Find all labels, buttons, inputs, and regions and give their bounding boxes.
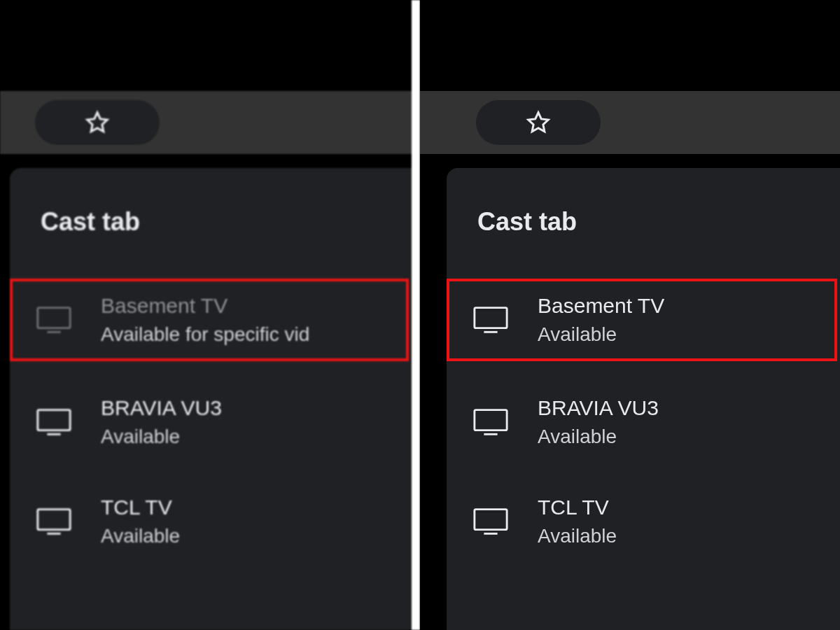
bookmark-pill[interactable] — [35, 100, 160, 145]
comparison-right-pane: Cast tab Basement TV Available BRAVIA VU… — [420, 0, 840, 630]
tv-icon — [35, 506, 73, 537]
tv-icon — [35, 304, 73, 335]
device-status: Available — [538, 525, 617, 547]
cast-device-bravia-vu3[interactable]: BRAVIA VU3 Available — [10, 384, 412, 461]
device-status: Available — [101, 525, 180, 547]
device-status: Available — [538, 426, 659, 448]
device-list: Basement TV Available BRAVIA VU3 Availab… — [447, 279, 840, 560]
device-name: BRAVIA VU3 — [101, 396, 222, 420]
star-icon — [526, 110, 551, 135]
svg-rect-0 — [38, 308, 70, 328]
bookmark-pill[interactable] — [476, 100, 601, 145]
tv-icon — [472, 506, 510, 537]
device-name: Basement TV — [101, 294, 309, 318]
cast-device-bravia-vu3[interactable]: BRAVIA VU3 Available — [447, 384, 840, 461]
svg-rect-8 — [475, 410, 507, 430]
cast-popup: Cast tab Basement TV Available for speci… — [10, 168, 412, 630]
comparison-left-pane: Cast tab Basement TV Available for speci… — [0, 0, 420, 630]
device-name: BRAVIA VU3 — [538, 396, 659, 420]
device-name: TCL TV — [101, 496, 180, 519]
tv-icon — [472, 407, 510, 438]
popup-title: Cast tab — [447, 168, 840, 237]
popup-title: Cast tab — [10, 168, 412, 237]
tv-icon — [472, 304, 510, 335]
device-list: Basement TV Available for specific vid B… — [10, 279, 412, 560]
svg-rect-6 — [475, 308, 507, 328]
cast-device-basement-tv[interactable]: Basement TV Available — [447, 279, 837, 361]
tv-icon — [35, 407, 73, 438]
device-status: Available for specific vid — [101, 323, 309, 346]
star-icon — [85, 110, 110, 135]
svg-rect-2 — [38, 410, 70, 430]
svg-rect-10 — [475, 510, 507, 530]
svg-rect-4 — [38, 510, 70, 530]
cast-device-basement-tv[interactable]: Basement TV Available for specific vid — [10, 279, 409, 361]
device-name: TCL TV — [538, 496, 617, 519]
cast-popup: Cast tab Basement TV Available BRAVIA VU… — [447, 168, 840, 630]
device-name: Basement TV — [538, 294, 664, 318]
device-status: Available — [101, 426, 222, 448]
cast-device-tcl-tv[interactable]: TCL TV Available — [447, 483, 840, 560]
device-status: Available — [538, 323, 664, 346]
cast-device-tcl-tv[interactable]: TCL TV Available — [10, 483, 412, 560]
